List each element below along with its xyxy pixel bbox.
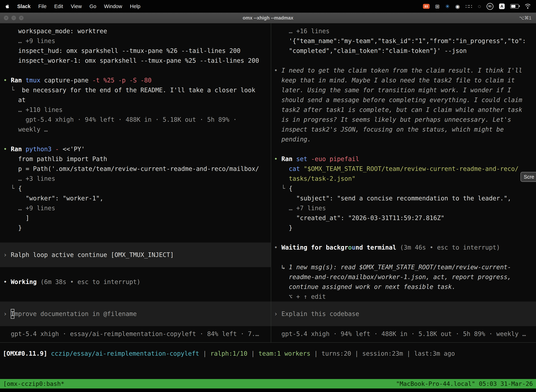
text-segment: p = Path('.omx/state/team/review-current… <box>18 165 259 172</box>
menu-bar: Slack File Edit View Go Window Help ⊞ ✳ … <box>0 0 536 13</box>
terminal-line: gpt-5.4 xhigh · 94% left · 488K in · 5.1… <box>271 329 536 339</box>
terminal-line: should send a message before completing … <box>271 95 536 105</box>
dark-circle-app-icon[interactable]: ◉ <box>455 3 460 9</box>
text-segment: from pathlib import Path <box>18 155 107 163</box>
prompt-input-line[interactable]: › Explain this codebase <box>271 302 536 326</box>
window-title: omx --xhigh --madmax <box>0 15 536 21</box>
text-segment: • <box>274 244 281 251</box>
text-segment: workspace_mode: worktree <box>18 28 107 35</box>
text-segment: later. Using the same for transition mig… <box>281 87 511 93</box>
text-segment: I need to get the claim token from the c… <box>281 67 522 74</box>
apple-menu-icon[interactable] <box>0 4 13 9</box>
terminal-line: gpt-5.4 xhigh · essay/ai-reimplementatio… <box>0 329 271 339</box>
text-segment: └ <box>11 185 18 192</box>
terminal-line: [OMX#0.11.9] cczip/essay/ai-reimplementa… <box>0 349 536 359</box>
terminal-line: … +3 lines <box>0 174 271 183</box>
text-segment: u <box>352 244 356 251</box>
pane-left-bottom: › Improve documentation in @filenamegpt-… <box>0 302 271 342</box>
text-segment: set <box>296 155 311 163</box>
text-segment: "worker": "worker-1", <box>25 195 103 202</box>
terminal-line: task2 after task1 is complete, but can I… <box>271 105 536 115</box>
zoom-icon: + <box>20 16 22 20</box>
terminal-line: … +110 lines <box>0 105 271 115</box>
dots-grid-icon[interactable]: ∷∷ <box>465 3 472 9</box>
text-segment: … +9 lines <box>18 37 55 44</box>
text-segment: Ran <box>11 146 25 153</box>
terminal-line: ⌥ + ↑ edit <box>271 292 536 302</box>
screen-capture-overlay[interactable]: Scre <box>521 172 536 182</box>
blank-line <box>0 267 271 277</box>
terminal-line: └ { <box>0 183 271 193</box>
minimize-button[interactable]: − <box>11 16 16 20</box>
menu-window[interactable]: Window <box>100 4 126 9</box>
text-segment: last:3m ago <box>414 350 455 357</box>
terminal-line: } <box>0 223 271 233</box>
text-segment: weekly … <box>18 126 48 133</box>
text-segment: › <box>3 251 11 258</box>
empty-space <box>0 359 536 379</box>
prompt-input-line[interactable]: › Improve documentation in @filename <box>0 302 271 326</box>
terminal-line: ] <box>0 213 271 223</box>
terminal-line: weekly … <box>0 125 271 134</box>
tmux-status-bar: [omx-cczip0:bash* "MacBook-Pro-44.local"… <box>0 379 536 388</box>
window-shortcut-hint: ⌥⌘1 <box>519 15 536 21</box>
text-segment: ralph:1/10 <box>210 350 247 357</box>
text-segment: Waiting for backgr <box>281 244 348 251</box>
window-title-bar[interactable]: × − + omx --xhigh --madmax ⌥⌘1 <box>0 13 536 23</box>
menu-view[interactable]: View <box>67 4 86 9</box>
text-segment: gpt-5.4 xhigh · 94% left · 488K in · 5.1… <box>281 330 526 337</box>
zoom-button[interactable]: + <box>19 16 24 20</box>
app-menu-slack[interactable]: Slack <box>13 4 34 9</box>
minimize-icon: − <box>13 16 14 20</box>
wifi-icon[interactable] <box>524 4 531 9</box>
menu-go[interactable]: Go <box>86 4 100 9</box>
text-segment: | <box>247 350 258 357</box>
omx-status-line: [OMX#0.11.9] cczip/essay/ai-reimplementa… <box>0 343 536 359</box>
terminal-line: gpt-5.4 xhigh · 94% left · 488K in · 5.1… <box>0 115 271 125</box>
pinwheel-icon[interactable]: ✳ <box>445 3 450 9</box>
text-segment: { <box>18 185 22 192</box>
terminal-line: "subject": "send a concise recommendatio… <box>271 193 536 203</box>
text-segment: <<'PY' <box>62 146 85 153</box>
terminal-line: inspect_worker-1: omx sparkshell --tmux-… <box>0 56 271 65</box>
terminal-line: … +7 lines <box>271 203 536 213</box>
terminal-pane-right[interactable]: … +16 lines'{"team_name":"my-team","task… <box>271 23 536 342</box>
blank-line <box>0 233 271 243</box>
terminal-line: keep that in mind. Maybe I also need the… <box>271 75 536 85</box>
terminal-line: • Ran set -euo pipefail <box>271 154 536 164</box>
menu-bar-left: Slack File Edit View Go Window Help <box>0 4 144 9</box>
ghost-icon[interactable]: ◌ <box>478 3 481 9</box>
badge-61[interactable]: 61 <box>487 3 493 10</box>
text-segment: • <box>3 77 11 84</box>
text-cursor: I <box>11 309 14 319</box>
text-segment: gpt-5.4 xhigh · essay/ai-reimplementatio… <box>11 330 259 337</box>
prompt-input-line[interactable]: › Ralph loop active continue [OMX_TMUX_I… <box>0 243 271 267</box>
text-segment: { <box>289 185 292 192</box>
blank-line <box>271 233 536 243</box>
text-segment: Ran <box>281 155 296 163</box>
battery-icon[interactable] <box>510 4 519 9</box>
text-segment: inspect task2's JSON, focusing on the st… <box>281 126 504 133</box>
text-segment: [OMX#0.11.9] <box>3 350 47 357</box>
text-segment: ] <box>25 215 29 221</box>
menu-help[interactable]: Help <box>126 4 144 9</box>
text-segment: "$OMX_TEAM_STATE_ROOT/team/review-curren… <box>304 165 519 172</box>
terminal-line: readme-and-reco/mailbox/worker-1.json, a… <box>271 272 536 282</box>
menu-file[interactable]: File <box>34 4 50 9</box>
blank-line <box>0 134 271 144</box>
blank-line <box>271 56 536 65</box>
close-button[interactable]: × <box>4 16 9 20</box>
text-segment <box>47 350 51 357</box>
text-segment: | <box>403 350 414 357</box>
input-source-icon[interactable]: A <box>499 4 505 9</box>
menu-edit[interactable]: Edit <box>50 4 67 9</box>
window-tiles-icon[interactable]: ⊞ <box>435 3 440 9</box>
pane-right-content: … +16 lines'{"team_name":"my-team","task… <box>271 23 536 302</box>
screen-recording-icon[interactable] <box>423 4 430 9</box>
terminal-line: … +9 lines <box>0 36 271 46</box>
pane-right-bottom: › Explain this codebasegpt-5.4 xhigh · 9… <box>271 302 536 342</box>
text-segment: '{"team_name":"my-team","task_id":"1","f… <box>289 37 526 44</box>
terminal-line: tasks/task-2.json" <box>271 174 536 183</box>
text-segment: mprove documentation in @filename <box>14 310 137 317</box>
terminal-pane-left[interactable]: workspace_mode: worktree… +9 linesinspec… <box>0 23 271 342</box>
